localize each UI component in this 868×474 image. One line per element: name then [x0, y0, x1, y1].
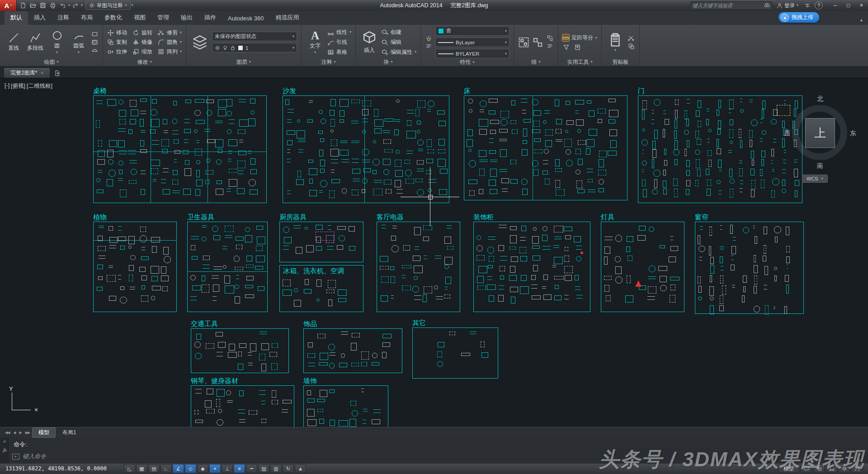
status-toggle-polar-tracking[interactable]: ∠ — [173, 464, 184, 473]
ungroup-button[interactable] — [532, 37, 543, 48]
prev-layout-button[interactable]: ◀ — [12, 431, 17, 435]
status-toggle-infer-constraints[interactable]: ◺ — [124, 464, 135, 473]
tool-measure[interactable]: 定距等分▾ — [562, 34, 597, 42]
quick-view-drawings-button[interactable] — [813, 464, 825, 473]
help-button[interactable]: ? — [815, 1, 823, 9]
minimize-button[interactable]: – — [829, 0, 842, 11]
status-toggle-quick-properties[interactable]: ▥ — [270, 464, 282, 473]
tool-scale[interactable]: 缩放 — [132, 47, 152, 56]
tool-arc[interactable]: 圆弧▾ — [69, 30, 88, 54]
status-toggle-annotation-monitor[interactable]: ▲ — [295, 464, 306, 473]
tool-circle[interactable]: 圆▾ — [47, 30, 66, 54]
color-wheel-icon[interactable] — [425, 35, 433, 42]
maximize-button[interactable]: □ — [842, 0, 855, 11]
tab-featured-apps[interactable]: 精选应用 — [270, 11, 305, 25]
status-toggle-ortho-mode[interactable]: ∟ — [160, 464, 172, 473]
workspace-switcher[interactable]: 草图与注释 ▾ — [85, 1, 131, 10]
open-button[interactable] — [28, 1, 38, 10]
qat-customize-dropdown[interactable]: ▾ — [132, 4, 133, 7]
object-color-dropdown[interactable]: 青▾ — [435, 26, 509, 36]
status-toggle-object-snap[interactable]: ◇ — [185, 464, 196, 473]
tab-parametric[interactable]: 参数化 — [99, 11, 128, 25]
status-toggle-snap-mode[interactable]: ▦ — [136, 464, 147, 473]
panel-label-layers[interactable]: 图层▾ — [186, 58, 301, 66]
panel-label-clipboard[interactable]: 剪贴板 — [602, 58, 639, 66]
status-toggle-3d-object-snap[interactable]: ◆ — [197, 464, 208, 473]
help-search-input[interactable]: 键入关键字或短语 — [690, 1, 773, 10]
panel-label-draw[interactable]: 绘图▾ — [0, 58, 103, 66]
tab-default[interactable]: 默认 — [5, 11, 28, 25]
lineweight-dropdown[interactable]: ByLayer▾ — [435, 38, 509, 47]
status-toggle-transparency[interactable]: ▨ — [258, 464, 269, 473]
tab-autodesk360[interactable]: Autodesk 360 — [222, 13, 270, 25]
cut-button[interactable] — [627, 35, 635, 42]
tab-model[interactable]: 模型 — [32, 427, 56, 438]
tool-array[interactable]: 阵列▾ — [158, 47, 182, 56]
group-edit-button[interactable] — [546, 35, 554, 42]
signin-button[interactable]: 登录 ▾ — [775, 2, 800, 9]
viewport-menu-control[interactable]: [-] — [5, 82, 9, 90]
next-layout-button[interactable]: ▶ — [18, 431, 23, 435]
tool-text[interactable]: A文字▾ — [306, 30, 325, 54]
revision-cloud-tool[interactable] — [91, 47, 99, 54]
last-layout-button[interactable]: ▶▶ — [24, 431, 31, 435]
ribbon-minimize-button[interactable]: ▴ — [860, 17, 863, 22]
redo-button[interactable] — [71, 1, 80, 10]
tool-create-block[interactable]: 创建 — [382, 28, 416, 36]
tool-mirror[interactable]: 镜像 — [132, 38, 152, 46]
undo-dropdown[interactable]: ▾ — [68, 4, 70, 7]
tab-output[interactable]: 输出 — [175, 11, 198, 25]
new-button[interactable] — [19, 1, 28, 10]
tool-leader[interactable]: 引线 — [327, 38, 351, 46]
new-tab-button[interactable] — [52, 69, 63, 78]
tool-move[interactable]: 移动 — [107, 28, 127, 37]
tab-manage[interactable]: 管理 — [151, 11, 175, 25]
compass-east[interactable]: 东 — [850, 129, 856, 137]
fullscreen-button[interactable] — [851, 464, 863, 473]
panel-label-block[interactable]: 块▾ — [356, 58, 420, 66]
application-menu-button[interactable]: A▾ — [0, 0, 17, 11]
viewcube[interactable]: 北 南 西 东 上 WCS▾ — [784, 93, 856, 185]
status-toggle-object-snap-tracking[interactable]: + — [209, 464, 221, 473]
command-input[interactable]: ▸ 键入命令 — [12, 452, 46, 460]
tool-paste[interactable]: ▾ — [606, 32, 625, 52]
document-tab[interactable]: 完整2图库*× — [4, 67, 50, 78]
plot-button[interactable] — [48, 1, 57, 10]
tab-plugins[interactable]: 插件 — [198, 11, 222, 25]
rectangle-tool[interactable] — [91, 31, 99, 38]
close-icon[interactable]: × — [3, 439, 6, 444]
wrench-icon[interactable] — [2, 448, 7, 453]
wcs-dropdown[interactable]: WCS▾ — [802, 175, 828, 183]
group-button[interactable] — [518, 37, 529, 48]
tool-polyline[interactable]: 多段线 — [26, 32, 45, 52]
upload-overlay-badge[interactable]: ▲ 拖拽上传 — [778, 12, 819, 23]
tool-layer-properties[interactable] — [190, 34, 209, 50]
close-icon[interactable]: × — [41, 71, 43, 76]
tool-linear-dimension[interactable]: 线性▾ — [327, 28, 351, 36]
tool-copy[interactable]: 复制 — [107, 38, 127, 46]
tool-rotate[interactable]: 旋转 — [132, 28, 152, 37]
quick-select-button[interactable] — [562, 44, 570, 51]
workspace-gear-button[interactable] — [839, 464, 850, 473]
tool-insert-block[interactable]: 插入 — [360, 30, 379, 54]
group-manager-button[interactable] — [546, 43, 554, 50]
viewcube-top-face[interactable]: 上 — [805, 118, 835, 148]
status-toggle-grid-display[interactable]: ▤ — [148, 464, 160, 473]
command-window[interactable]: × 命令: ▸ 键入命令 — [0, 437, 868, 464]
quick-calc-button[interactable] — [574, 44, 581, 51]
tab-view[interactable]: 视图 — [128, 11, 151, 25]
compass-west[interactable]: 西 — [784, 129, 790, 137]
status-toggle-selection-cycling[interactable]: ↻ — [283, 464, 294, 473]
search-icon[interactable] — [764, 2, 770, 9]
layer-dropdown[interactable]: 1 ▾ — [212, 43, 297, 52]
visual-style-control[interactable]: [二维线框] — [27, 82, 52, 90]
tab-insert[interactable]: 插入 — [28, 11, 52, 25]
annotation-scale-button[interactable] — [826, 464, 837, 473]
match-properties-button[interactable] — [425, 43, 433, 50]
undo-button[interactable] — [58, 1, 67, 10]
exchange-apps-button[interactable] — [802, 1, 812, 10]
redo-dropdown[interactable]: ▾ — [81, 4, 83, 7]
compass-north[interactable]: 北 — [784, 95, 856, 103]
status-toggle-dynamic-ucs[interactable]: ⊥ — [222, 464, 233, 473]
tool-stretch[interactable]: 拉伸 — [107, 47, 127, 56]
